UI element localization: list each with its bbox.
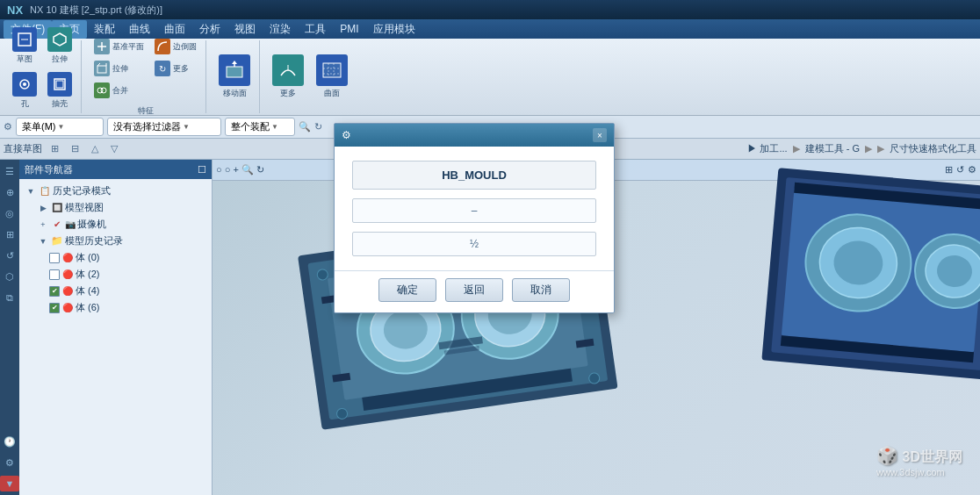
dialog-confirm-btn[interactable]: 确定 — [378, 278, 436, 302]
dialog-fraction-row: ½ — [352, 232, 596, 256]
dialog-cancel-btn[interactable]: 取消 — [512, 278, 570, 302]
dialog-name-row: HB_MOULD — [352, 161, 596, 190]
hb-mould-dialog: ⚙ × HB_MOULD – ½ 确定 返回 取消 — [334, 123, 615, 313]
dialog-dash-label: – — [472, 204, 478, 217]
dialog-body: HB_MOULD – ½ — [335, 147, 614, 270]
dialog-overlay: ⚙ × HB_MOULD – ½ 确定 返回 取消 — [0, 0, 980, 495]
dialog-buttons: 确定 返回 取消 — [335, 270, 614, 312]
dialog-titlebar: ⚙ × — [335, 124, 614, 147]
dialog-fraction-label: ½ — [470, 238, 479, 250]
dialog-back-btn[interactable]: 返回 — [445, 278, 503, 302]
dialog-close-btn[interactable]: × — [593, 128, 607, 142]
dialog-dash-row: – — [352, 198, 596, 223]
dialog-title-buttons: × — [593, 128, 607, 142]
dialog-gear-icon: ⚙ — [342, 129, 351, 141]
dialog-name-label: HB_MOULD — [442, 169, 507, 182]
